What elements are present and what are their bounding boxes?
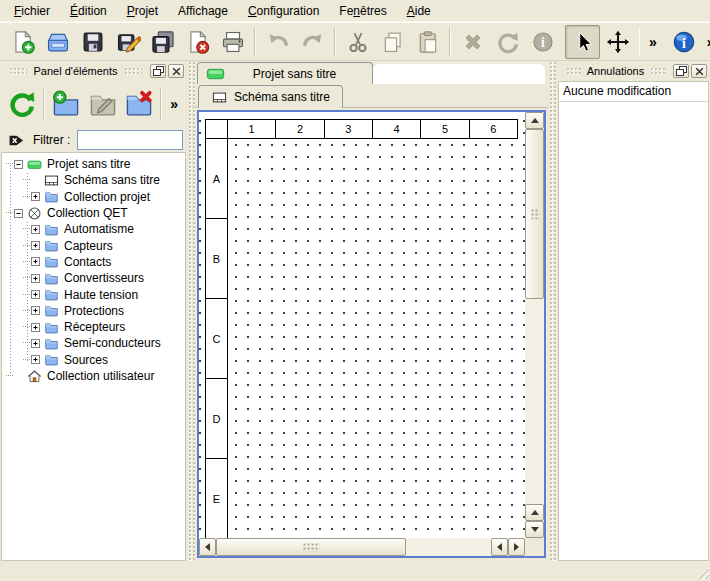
panel-toolbar-overflow-button[interactable]: » xyxy=(165,96,183,112)
tree-item-convertisseurs[interactable]: Convertisseurs xyxy=(2,270,185,286)
resize-grip[interactable] xyxy=(696,566,709,579)
tree-item-label: Récepteurs xyxy=(64,320,125,334)
float-panel-button[interactable] xyxy=(150,64,166,78)
folder-delete-button[interactable] xyxy=(121,84,157,124)
info-blue-button[interactable]: i xyxy=(667,25,702,59)
tree-item-capteurs[interactable]: Capteurs xyxy=(2,237,185,253)
folder-edit-button[interactable] xyxy=(85,84,121,124)
tree-expander-plus[interactable] xyxy=(31,274,40,283)
tree-item-haute-tension[interactable]: Haute tension xyxy=(2,286,185,302)
dock-drag-texture[interactable] xyxy=(124,67,142,75)
tree-item-collection-qet[interactable]: Collection QET xyxy=(2,205,185,221)
scroll-up-button-bottom[interactable] xyxy=(525,504,544,521)
tree-expander-minus[interactable] xyxy=(14,160,23,169)
copy-button[interactable] xyxy=(375,25,410,59)
tree-expander-plus[interactable] xyxy=(31,257,40,266)
close-panel-button[interactable] xyxy=(168,64,184,78)
tree-expander-plus[interactable] xyxy=(31,192,40,201)
save-button[interactable] xyxy=(75,25,110,59)
grid-column-label: 3 xyxy=(325,120,373,138)
menu-item-fenetres[interactable]: Fenêtres xyxy=(329,1,396,21)
toolbar-overflow-button[interactable]: » xyxy=(702,34,710,50)
dock-drag-texture[interactable] xyxy=(566,67,581,75)
tree-expander-plus[interactable] xyxy=(31,241,40,250)
menu-item-fichier[interactable]: Fichier xyxy=(4,1,60,21)
tab-project[interactable]: Projet sans titre xyxy=(197,62,373,84)
toolbar-separator xyxy=(43,87,45,121)
tree-expander-minus[interactable] xyxy=(14,209,23,218)
elements-panel-title: Panel d'éléments xyxy=(33,65,117,77)
collections-tree[interactable]: Projet sans titreSchéma sans titreCollec… xyxy=(1,152,186,561)
undo-panel-title: Annulations xyxy=(587,65,645,77)
status-bar xyxy=(0,562,710,581)
save-all-button[interactable] xyxy=(145,25,180,59)
clear-filter-icon[interactable] xyxy=(7,132,26,149)
cursor-button[interactable] xyxy=(565,25,600,59)
save-as-button[interactable] xyxy=(110,25,145,59)
new-document-button[interactable] xyxy=(5,25,40,59)
tree-item-collection-utilisateur[interactable]: Collection utilisateur xyxy=(2,368,185,384)
tree-item-collection-projet[interactable]: Collection projet xyxy=(2,189,185,205)
tree-item-projet-sans-titre[interactable]: Projet sans titre xyxy=(2,156,185,172)
close-document-button[interactable] xyxy=(180,25,215,59)
redo-button[interactable] xyxy=(295,25,330,59)
tree-item-semi-conducteurs[interactable]: Semi-conducteurs xyxy=(2,335,185,351)
filter-input[interactable] xyxy=(77,130,183,150)
close-panel-button[interactable] xyxy=(691,64,707,78)
grid-column-label: 6 xyxy=(470,120,517,138)
tree-expander-plus[interactable] xyxy=(31,323,40,332)
tab-schema[interactable]: Schéma sans titre xyxy=(198,85,343,108)
menu-item-projet[interactable]: Projet xyxy=(117,1,168,21)
reload-button[interactable] xyxy=(4,84,40,124)
menu-item-aide[interactable]: Aide xyxy=(397,1,441,21)
float-panel-button[interactable] xyxy=(673,64,689,78)
tree-expander-plus[interactable] xyxy=(31,355,40,364)
dock-drag-texture[interactable] xyxy=(9,67,27,75)
dock-drag-texture[interactable] xyxy=(650,67,665,75)
tree-item-label: Projet sans titre xyxy=(47,157,130,171)
undo-button[interactable] xyxy=(260,25,295,59)
horizontal-scrollbar-track[interactable] xyxy=(406,538,491,556)
delete-button[interactable] xyxy=(455,25,490,59)
toolbar-separator xyxy=(160,87,162,121)
tree-expander-plus[interactable] xyxy=(31,290,40,299)
horizontal-scrollbar[interactable] xyxy=(199,538,525,556)
move-button[interactable] xyxy=(600,25,635,59)
scroll-down-button[interactable] xyxy=(525,521,544,538)
diagram-canvas[interactable]: 123456 ABCDE xyxy=(199,112,525,538)
open-document-button[interactable] xyxy=(40,25,75,59)
scroll-left-button[interactable] xyxy=(199,538,216,556)
menu-item-configuration[interactable]: Configuration xyxy=(238,1,329,21)
tree-expander-plus[interactable] xyxy=(31,339,40,348)
tree-item-schema-sans-titre[interactable]: Schéma sans titre xyxy=(2,172,185,188)
tree-item-sources[interactable]: Sources xyxy=(2,352,185,368)
folder-new-button[interactable] xyxy=(48,84,84,124)
new-document-icon xyxy=(10,29,36,55)
left-splitter[interactable] xyxy=(187,61,196,562)
tree-expander-plus[interactable] xyxy=(31,306,40,315)
vertical-scrollbar-track[interactable] xyxy=(525,299,544,504)
info-gray-button[interactable]: i xyxy=(525,25,560,59)
paste-button[interactable] xyxy=(410,25,445,59)
scroll-right-button[interactable] xyxy=(508,538,525,556)
toolbar-separator xyxy=(334,28,336,56)
menu-item-affichage[interactable]: Affichage xyxy=(168,1,238,21)
toolbar-overflow-button[interactable]: » xyxy=(644,34,662,50)
vertical-scrollbar-thumb[interactable] xyxy=(525,129,544,299)
undo-history-list[interactable]: Aucune modification xyxy=(558,81,709,561)
cut-button[interactable] xyxy=(340,25,375,59)
rotate-button[interactable] xyxy=(490,25,525,59)
tree-item-recepteurs[interactable]: Récepteurs xyxy=(2,319,185,335)
scroll-left-button-right[interactable] xyxy=(491,538,508,556)
print-button[interactable] xyxy=(215,25,250,59)
undo-history-item[interactable]: Aucune modification xyxy=(559,82,708,102)
tree-expander-plus[interactable] xyxy=(31,225,40,234)
vertical-scrollbar[interactable] xyxy=(525,112,544,538)
right-splitter[interactable] xyxy=(548,61,557,562)
tree-item-protections[interactable]: Protections xyxy=(2,303,185,319)
scroll-up-button[interactable] xyxy=(525,112,544,129)
tree-item-automatisme[interactable]: Automatisme xyxy=(2,221,185,237)
menu-item-edition[interactable]: Édition xyxy=(60,1,117,21)
tree-item-contacts[interactable]: Contacts xyxy=(2,254,185,270)
horizontal-scrollbar-thumb[interactable] xyxy=(216,538,406,556)
